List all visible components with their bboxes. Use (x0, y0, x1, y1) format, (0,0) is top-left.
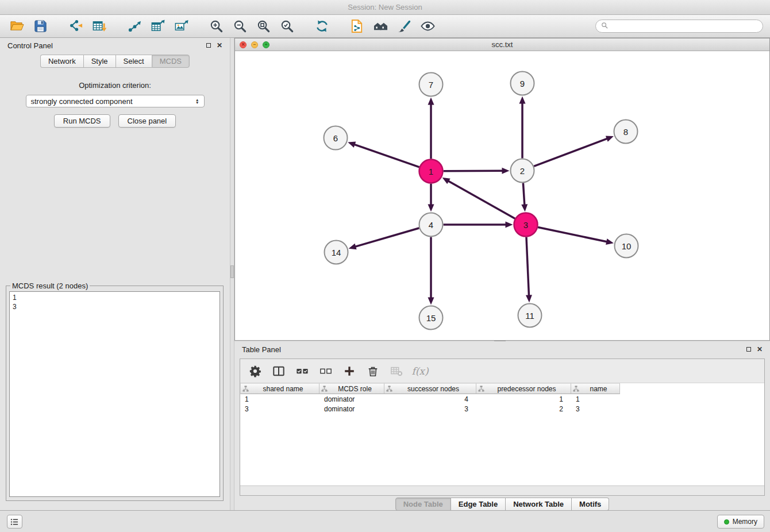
graph-edge-1-7[interactable] (428, 98, 434, 159)
graph-node-14[interactable]: 14 (325, 241, 348, 264)
memory-status-icon (724, 519, 729, 525)
export-table-icon[interactable] (148, 18, 167, 35)
run-mcds-button[interactable]: Run MCDS (54, 114, 110, 128)
graph-edge-1-2[interactable] (443, 168, 509, 174)
select-all-icon[interactable] (295, 364, 310, 379)
graph-node-4[interactable]: 4 (419, 213, 443, 237)
graph-edge-1-4[interactable] (428, 184, 434, 212)
mcds-result-line: 3 (13, 302, 217, 311)
graph-edge-3-1[interactable] (442, 178, 515, 218)
search-box[interactable] (595, 20, 763, 33)
export-network-icon[interactable] (124, 18, 144, 35)
eye-icon[interactable] (418, 18, 437, 35)
column-layout-icon[interactable] (271, 364, 286, 379)
settings-gear-icon[interactable] (248, 364, 263, 379)
zoom-fit-icon[interactable] (253, 18, 273, 35)
table-row[interactable]: 3dominator323 (240, 404, 620, 414)
column-header-MCDS-role[interactable]: MCDS role (319, 383, 384, 394)
close-table-panel-icon[interactable]: ✕ (757, 346, 763, 353)
float-panel-icon[interactable] (206, 43, 211, 48)
deselect-all-icon[interactable] (318, 364, 333, 379)
graph-edge-2-3[interactable] (521, 183, 528, 211)
tab-network-table[interactable]: Network Table (506, 498, 572, 511)
graph-node-9[interactable]: 9 (511, 72, 534, 95)
delete-row-icon[interactable] (365, 364, 380, 379)
home-icon[interactable] (371, 18, 390, 35)
graph-edge-1-6[interactable] (348, 142, 419, 167)
network-window-titlebar[interactable]: ✕ − + scc.txt (235, 38, 769, 51)
tab-network[interactable]: Network (40, 55, 83, 68)
tab-mcds[interactable]: MCDS (152, 55, 190, 68)
zoom-selected-icon[interactable] (277, 18, 297, 35)
network-title: scc.txt (492, 40, 513, 49)
export-image-icon[interactable] (171, 18, 191, 35)
graph-node-1[interactable]: 1 (419, 160, 443, 183)
table-cell: 4 (384, 394, 476, 404)
list-icon (10, 518, 19, 526)
task-list-button[interactable] (7, 515, 22, 529)
network-snapshot-icon[interactable] (347, 18, 367, 35)
graph-edge-3-10[interactable] (538, 227, 614, 245)
control-panel-header: Control Panel ✕ (0, 38, 230, 53)
table-panel: Table Panel ✕ f(x) shared nameMCDS roles… (234, 342, 770, 510)
table-row[interactable]: 1dominator411 (240, 394, 620, 404)
tab-style[interactable]: Style (83, 55, 116, 68)
float-table-panel-icon[interactable] (746, 347, 751, 352)
graph-node-15[interactable]: 15 (419, 306, 443, 330)
tab-edge-table[interactable]: Edge Table (451, 498, 506, 511)
mcds-buttons-row: Run MCDS Close panel (0, 114, 230, 128)
graph-node-2[interactable]: 2 (511, 159, 534, 183)
svg-text:1: 1 (429, 167, 433, 176)
column-header-name[interactable]: name (571, 383, 620, 394)
memory-button[interactable]: Memory (717, 515, 764, 529)
zoom-out-icon[interactable] (230, 18, 249, 35)
save-session-icon[interactable] (30, 18, 50, 35)
graph-edge-4-14[interactable] (349, 228, 419, 249)
optimization-criterion-label: Optimization criterion: (0, 81, 230, 90)
table-cell: 3 (240, 404, 319, 414)
memory-label: Memory (733, 518, 757, 526)
graph-node-6[interactable]: 6 (324, 126, 348, 150)
graph-node-10[interactable]: 10 (615, 234, 638, 258)
refresh-icon[interactable] (312, 18, 332, 35)
graph-node-11[interactable]: 11 (518, 304, 542, 327)
graph-edge-3-11[interactable] (526, 237, 532, 302)
tab-select[interactable]: Select (116, 55, 152, 68)
svg-text:14: 14 (332, 248, 341, 257)
column-header-shared-name[interactable]: shared name (240, 383, 319, 394)
close-panel-icon[interactable]: ✕ (217, 42, 222, 49)
vertical-splitter-handle[interactable] (230, 265, 234, 278)
import-table-icon[interactable] (89, 18, 109, 35)
graph-node-8[interactable]: 8 (614, 120, 638, 144)
graph-node-3[interactable]: 3 (514, 213, 538, 237)
import-network-icon[interactable] (66, 18, 85, 35)
tab-node-table[interactable]: Node Table (395, 498, 451, 511)
tab-motifs[interactable]: Motifs (572, 498, 609, 511)
toolbar-separator (54, 19, 61, 34)
table-panel-body: f(x) shared nameMCDS rolesuccessor nodes… (240, 358, 765, 496)
open-session-icon[interactable] (7, 18, 26, 35)
svg-text:4: 4 (429, 220, 433, 230)
graph-edge-2-8[interactable] (534, 136, 614, 166)
graph-edge-4-3[interactable] (444, 222, 513, 228)
window-zoom-icon[interactable]: + (263, 41, 270, 48)
svg-text:6: 6 (333, 133, 338, 143)
table-cell: 3 (384, 404, 476, 414)
table-cell: 1 (476, 394, 571, 404)
close-panel-button[interactable]: Close panel (118, 114, 176, 128)
add-icon[interactable] (342, 364, 357, 379)
graph-node-7[interactable]: 7 (419, 73, 443, 97)
optimization-dropdown[interactable]: strongly connected component ▲▼ (26, 95, 205, 107)
search-input[interactable] (611, 22, 757, 30)
table-hscrollbar[interactable] (240, 485, 764, 495)
style-brush-icon[interactable] (394, 18, 414, 35)
column-header-successor-nodes[interactable]: successor nodes (384, 383, 476, 394)
column-header-predecessor-nodes[interactable]: predecessor nodes (476, 383, 571, 394)
window-close-icon[interactable]: ✕ (240, 41, 247, 48)
graph-edge-4-15[interactable] (428, 237, 434, 305)
window-minimize-icon[interactable]: − (251, 41, 258, 48)
mcds-result-box[interactable]: 13 (9, 291, 220, 497)
network-graph-canvas[interactable]: 7968124314101511 (235, 51, 769, 340)
zoom-in-icon[interactable] (206, 18, 226, 35)
graph-edge-2-9[interactable] (519, 97, 526, 159)
